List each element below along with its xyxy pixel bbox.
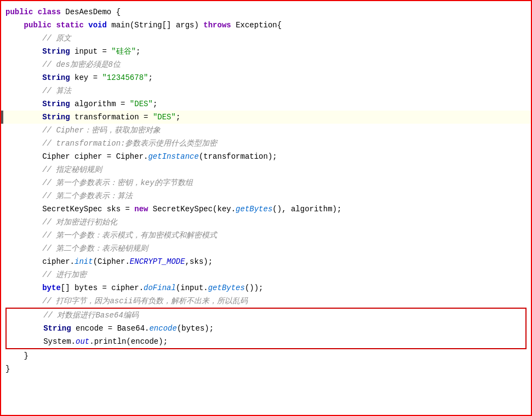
type-string2: String — [42, 71, 70, 84]
comment-print-bytes: // 打印字节，因为ascii码有负数，解析不出来，所以乱码 — [5, 294, 248, 308]
comment-yuanwen: // 原文 — [5, 32, 71, 45]
comment-base64: // 对数据进行Base64编码 — [7, 309, 139, 322]
str-des2: "DES" — [153, 111, 176, 124]
code-line-2: public static void main(String[] args) t… — [1, 19, 531, 32]
keyword-static: static — [56, 19, 83, 32]
code-line-23: // 打印字节，因为ascii码有负数，解析不出来，所以乱码 — [1, 294, 531, 308]
comment-mode2: // 第二个参数：表示秘钥规则 — [5, 242, 148, 255]
code-line-4: String input = "硅谷"; — [1, 45, 531, 58]
code-line-7: // 算法 — [1, 84, 531, 97]
code-line-16: SecretKeySpec sks = new SecretKeySpec(ke… — [1, 203, 531, 216]
method-getinstance: getInstance — [148, 150, 198, 163]
comment-init1: // 对加密进行初始化 — [5, 216, 117, 229]
comment-transformation: // transformation:参数表示使用什么类型加密 — [5, 137, 217, 150]
str-key: "12345678" — [102, 71, 148, 84]
encrypt-mode: ENCRYPT_MODE — [130, 255, 185, 268]
code-line-13: // 指定秘钥规则 — [1, 163, 531, 176]
str-des1: "DES" — [130, 97, 153, 111]
code-line-19: // 第二个参数：表示秘钥规则 — [1, 242, 531, 255]
code-line-14: // 第一个参数表示：密钥，key的字节数组 — [1, 176, 531, 189]
method-dofinal: doFinal — [144, 281, 176, 294]
code-line-15: // 第二个参数表示：算法 — [1, 189, 531, 203]
box-line-24: // 对数据进行Base64编码 — [7, 309, 525, 322]
method-encode: encode — [149, 322, 176, 335]
keyword-class: class — [38, 5, 61, 19]
code-line-22: byte[] bytes = cipher.doFinal(input.getB… — [1, 281, 531, 294]
code-container: public class DesAesDemo { public static … — [0, 0, 532, 416]
type-string1: String — [42, 45, 70, 58]
comment-param2: // 第二个参数表示：算法 — [5, 189, 133, 203]
comment-key-rule: // 指定秘钥规则 — [5, 163, 102, 176]
code-line-closing-class: } — [1, 362, 531, 375]
comment-cipher1: // Cipher：密码，获取加密对象 — [5, 124, 161, 137]
keyword-void: void — [88, 19, 107, 32]
method-init: init — [75, 255, 93, 268]
code-line-11: // transformation:参数表示使用什么类型加密 — [1, 137, 531, 150]
keyword-new1: new — [134, 203, 148, 216]
box-line-26: System.out.println(encode); — [7, 335, 525, 348]
boxed-region: // 对数据进行Base64编码 String encode = Base64.… — [5, 308, 527, 349]
type-string5: String — [43, 322, 71, 335]
code-line-1: public class DesAesDemo { — [1, 5, 531, 19]
code-line-21: // 进行加密 — [1, 268, 531, 281]
keyword-byte: byte — [42, 281, 61, 294]
type-string4: String — [42, 111, 70, 124]
keyword-public2: public — [24, 19, 52, 32]
left-bar-indicator — [1, 111, 3, 124]
out-reference: out — [76, 335, 89, 348]
code-line-20: cipher.init(Cipher.ENCRYPT_MODE,sks); — [1, 255, 531, 268]
code-line-10: // Cipher：密码，获取加密对象 — [1, 124, 531, 137]
comment-encrypt: // 进行加密 — [5, 268, 87, 281]
comment-algo: // 算法 — [5, 84, 71, 97]
comment-param1: // 第一个参数表示：密钥，key的字节数组 — [5, 176, 193, 189]
method-getbytes1: getBytes — [236, 203, 272, 216]
comment-des8: // des加密必须是8位 — [5, 58, 121, 71]
code-line-12: Cipher cipher = Cipher.getInstance(trans… — [1, 150, 531, 163]
code-line-3: // 原文 — [1, 32, 531, 45]
code-line-5: // des加密必须是8位 — [1, 58, 531, 71]
code-line-closing-method: } — [1, 349, 531, 362]
code-line-9: String transformation = "DES"; — [1, 111, 531, 124]
code-line-17: // 对加密进行初始化 — [1, 216, 531, 229]
comment-mode1: // 第一个参数：表示模式，有加密模式和解密模式 — [5, 229, 217, 242]
keyword-public: public — [5, 5, 33, 19]
method-getbytes2: getBytes — [208, 281, 245, 294]
type-string3: String — [42, 97, 70, 111]
box-line-25: String encode = Base64.encode(bytes); — [7, 322, 525, 335]
code-line-18: // 第一个参数：表示模式，有加密模式和解密模式 — [1, 229, 531, 242]
code-line-8: String algorithm = "DES"; — [1, 97, 531, 111]
str-guigu: "硅谷" — [111, 45, 136, 58]
code-line-6: String key = "12345678"; — [1, 71, 531, 84]
keyword-throws: throws — [203, 19, 231, 32]
